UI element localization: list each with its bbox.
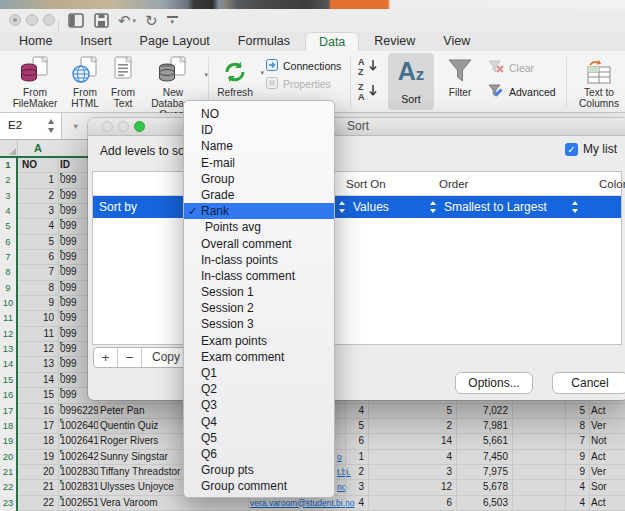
cell-comment[interactable]: Sor	[591, 480, 625, 495]
new-workbook-icon[interactable]	[68, 13, 85, 28]
row-header[interactable]: 19	[0, 434, 18, 449]
menu-item[interactable]: ✓In-class comment	[184, 268, 334, 284]
remove-level-button[interactable]: −	[118, 348, 142, 367]
cell-no[interactable]: 15	[20, 388, 56, 403]
cell-no[interactable]: 6	[20, 250, 56, 265]
menu-item[interactable]: ✓Overall comment	[184, 236, 334, 252]
from-filemaker-button[interactable]: From FileMaker	[6, 55, 64, 109]
row-header[interactable]: 7	[0, 250, 18, 265]
cell-no[interactable]: 7	[20, 265, 56, 280]
dialog-zoom-button[interactable]	[134, 121, 145, 132]
sort-dialog-titlebar[interactable]: Sort	[88, 118, 625, 136]
cell-rank[interactable]: 5	[370, 404, 452, 419]
row-header[interactable]: 13	[0, 342, 18, 357]
row-header[interactable]: 16	[0, 388, 18, 403]
cell-no[interactable]: 1	[20, 173, 56, 188]
cell-no[interactable]: 13	[20, 357, 56, 372]
refresh-button[interactable]: ▾ Refresh	[214, 55, 256, 98]
cell-rank[interactable]: 12	[370, 480, 452, 495]
menu-item[interactable]: ✓ID	[184, 122, 334, 138]
toolbar-more-icon[interactable]: ▾	[167, 16, 178, 25]
cell-no[interactable]: 14	[20, 373, 56, 388]
cell-no[interactable]: 2	[20, 189, 56, 204]
order-stepper-icon[interactable]	[571, 199, 580, 215]
cell-points[interactable]: 6,503	[456, 496, 508, 511]
text-to-columns-button[interactable]: Text to Columns	[574, 55, 624, 109]
column-header-a[interactable]: A	[18, 140, 58, 156]
sort-ascending-button[interactable]: AZ	[356, 56, 383, 77]
row-header[interactable]: 14	[0, 357, 18, 372]
sort-descending-button[interactable]: ZA	[356, 81, 383, 102]
cell-inclass-points[interactable]: 4	[530, 496, 585, 511]
row-header[interactable]: 18	[0, 419, 18, 434]
menu-item[interactable]: ✓Rank	[184, 203, 334, 219]
sort-on-value[interactable]: Values	[353, 200, 389, 214]
cell-no[interactable]: 19	[20, 450, 56, 465]
menu-item[interactable]: ✓Session 3	[184, 316, 334, 332]
cell-no[interactable]: 11	[20, 327, 56, 342]
menu-item[interactable]: ✓Session 2	[184, 300, 334, 316]
menu-item[interactable]: ✓Group pts	[184, 462, 334, 478]
cell-points[interactable]: 5,678	[456, 480, 508, 495]
my-list-checkbox-row[interactable]: ✓ My list	[565, 142, 617, 156]
cell-id[interactable]: 1002641	[60, 434, 98, 449]
menu-item[interactable]: ✓Exam points	[184, 333, 334, 349]
cell-no[interactable]: 20	[20, 465, 56, 480]
row-header[interactable]: 1	[0, 158, 18, 173]
cell-no[interactable]: 18	[20, 434, 56, 449]
cell-points[interactable]: 5,661	[456, 434, 508, 449]
menu-item[interactable]: ✓Q2	[184, 381, 334, 397]
row-header[interactable]: 11	[0, 311, 18, 326]
zoom-button[interactable]	[43, 14, 55, 26]
cell-id[interactable]: 1002651	[60, 496, 98, 511]
row-header[interactable]: 4	[0, 204, 18, 219]
menu-item[interactable]: ✓Group comment	[184, 478, 334, 494]
row-header[interactable]: 23	[0, 496, 18, 511]
row-header[interactable]: 5	[0, 219, 18, 234]
options-button[interactable]: Options...	[455, 372, 533, 394]
menu-item[interactable]: ✓Q1	[184, 365, 334, 381]
row-header[interactable]: 22	[0, 480, 18, 495]
cell-no[interactable]: NO	[20, 158, 56, 173]
menu-item[interactable]: ✓Q6	[184, 446, 334, 462]
menu-item[interactable]: ✓Grade	[184, 187, 334, 203]
name-box-caret-icon[interactable]: ▼	[72, 122, 79, 131]
properties-button[interactable]: Properties	[266, 77, 331, 91]
row-header[interactable]: 3	[0, 189, 18, 204]
undo-icon[interactable]: ↶▾	[118, 12, 136, 29]
cell-inclass-points[interactable]: 7	[530, 434, 585, 449]
cell-points[interactable]: 7,450	[456, 450, 508, 465]
cell-id[interactable]: 0996229	[60, 404, 98, 419]
cell-comment[interactable]: Act	[591, 404, 625, 419]
from-html-button[interactable]: From HTML	[66, 55, 104, 109]
ribbon-tab[interactable]: Formulas	[225, 32, 303, 51]
minimize-button[interactable]	[26, 14, 38, 26]
menu-item[interactable]: ✓Session 1	[184, 284, 334, 300]
sort-on-stepper-icon[interactable]	[429, 199, 438, 215]
cell-rank[interactable]: 4	[370, 450, 452, 465]
ribbon-tab[interactable]: Insert	[67, 32, 124, 51]
cell-no[interactable]: 5	[20, 235, 56, 250]
cell-no[interactable]: 4	[20, 219, 56, 234]
row-header[interactable]: 21	[0, 465, 18, 480]
cell-no[interactable]: 22	[20, 496, 56, 511]
cell-inclass-points[interactable]: 4	[530, 480, 585, 495]
cell-inclass-points[interactable]: 8	[530, 419, 585, 434]
cell-no[interactable]: 17	[20, 419, 56, 434]
column-stepper-icon[interactable]	[338, 199, 347, 215]
row-header[interactable]: 12	[0, 327, 18, 342]
cell-comment[interactable]: Ver	[591, 465, 625, 480]
ribbon-tab[interactable]: Home	[6, 32, 65, 51]
cell-rank[interactable]: 6	[370, 496, 452, 511]
row-header[interactable]: 2	[0, 173, 18, 188]
ribbon-tab[interactable]: Review	[361, 32, 428, 51]
menu-item[interactable]: ✓Q3	[184, 397, 334, 413]
from-text-button[interactable]: From Text	[106, 55, 140, 109]
row-header[interactable]: 8	[0, 265, 18, 280]
cell-comment[interactable]: Ver	[591, 419, 625, 434]
name-box[interactable]: E2	[0, 113, 62, 139]
row-header[interactable]: 6	[0, 235, 18, 250]
sort-level-row[interactable]: Sort by Values Smallest to Largest	[93, 196, 621, 218]
row-header[interactable]: 20	[0, 450, 18, 465]
cell-points[interactable]: 7,981	[456, 419, 508, 434]
